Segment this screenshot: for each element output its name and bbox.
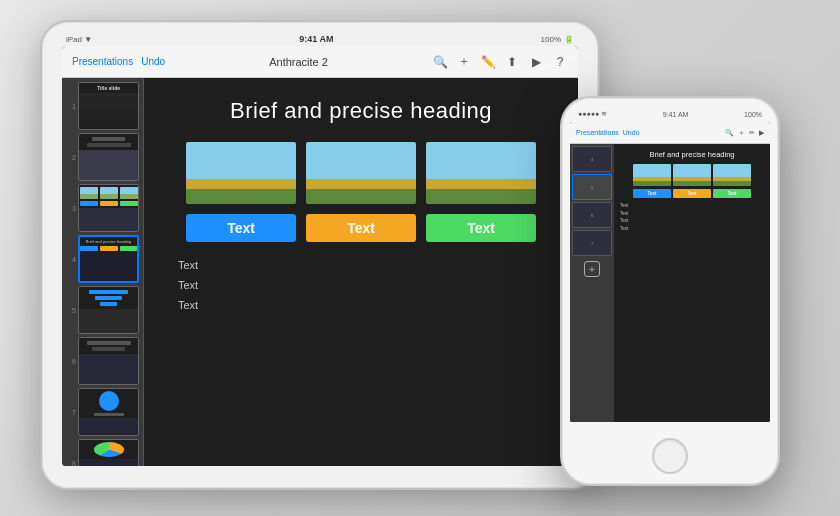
text-item-1: Text	[178, 256, 198, 276]
slide-btn-3[interactable]: Text	[426, 214, 536, 242]
iphone-time: 9:41 AM	[663, 111, 689, 118]
iphone-text-4: Text	[620, 225, 628, 233]
iphone-img-1	[633, 164, 671, 186]
thumb-row-8: 8	[66, 439, 139, 466]
iphone-thumb-7[interactable]: 7	[572, 230, 612, 256]
slide-heading: Brief and precise heading	[230, 98, 492, 124]
slide-thumb-4[interactable]: Brief and precise heading	[78, 235, 139, 283]
iphone-screen: Presentations Undo 🔍 ＋ ✏ ▶ 4 5 6 7	[570, 122, 770, 422]
thumb-row-2: 2	[66, 133, 139, 181]
iphone-device: ●●●●● ≋ 9:41 AM 100% Presentations Undo …	[560, 96, 780, 486]
iphone-btn-2[interactable]: Text	[673, 189, 711, 198]
thumb-row-1: 1 Title slide	[66, 82, 139, 130]
iphone-img-3	[713, 164, 751, 186]
ipad-device: iPad ▼ 9:41 AM 100% 🔋 Presentations Undo…	[40, 20, 600, 490]
iphone-slide-heading: Brief and precise heading	[649, 150, 734, 159]
slide-thumb-5[interactable]	[78, 286, 139, 334]
ipad-main-slide: Brief and precise heading Text Text Text…	[144, 78, 578, 466]
slide-buttons-row: Text Text Text	[186, 214, 536, 242]
slide-thumb-1[interactable]: Title slide	[78, 82, 139, 130]
ipad-status-left: iPad ▼	[66, 35, 92, 44]
thumb-row-4: 4 Brief and precise heading	[66, 235, 139, 283]
help-icon[interactable]: ?	[552, 54, 568, 70]
slide-thumb-3[interactable]	[78, 184, 139, 232]
play-icon[interactable]: ▶	[528, 54, 544, 70]
iphone-text-1: Text	[620, 202, 628, 210]
text-item-2: Text	[178, 276, 198, 296]
slide-images-row	[186, 142, 536, 204]
slide-thumb-2[interactable]	[78, 133, 139, 181]
slide-btn-2[interactable]: Text	[306, 214, 416, 242]
undo-button[interactable]: Undo	[141, 56, 165, 67]
iphone-images-row	[633, 164, 751, 186]
iphone-battery: 100%	[744, 111, 762, 118]
ipad-status-bar: iPad ▼ 9:41 AM 100% 🔋	[50, 30, 590, 46]
iphone-add-toolbar-icon[interactable]: ＋	[738, 128, 745, 138]
presentations-button[interactable]: Presentations	[72, 56, 133, 67]
iphone-screen-content: 4 5 6 7 + Brief and precise heading	[570, 144, 770, 422]
iphone-main-slide: Brief and precise heading Text Text Text…	[614, 144, 770, 422]
slide-image-2	[306, 142, 416, 204]
iphone-text-3: Text	[620, 217, 628, 225]
iphone-thumb-4[interactable]: 4	[572, 146, 612, 172]
iphone-thumb-6[interactable]: 6	[572, 202, 612, 228]
iphone-undo-btn[interactable]: Undo	[623, 129, 640, 136]
slide-image-1	[186, 142, 296, 204]
iphone-home-button[interactable]	[652, 438, 688, 474]
ipad-time: 9:41 AM	[299, 34, 333, 44]
add-icon[interactable]: ＋	[456, 54, 472, 70]
iphone-search-icon[interactable]: 🔍	[725, 129, 734, 137]
iphone-play-icon[interactable]: ▶	[759, 129, 764, 137]
text-item-3: Text	[178, 296, 198, 316]
iphone-status-bar: ●●●●● ≋ 9:41 AM 100%	[568, 110, 772, 122]
lasso-icon[interactable]: ✏️	[480, 54, 496, 70]
iphone-lasso-icon[interactable]: ✏	[749, 129, 755, 137]
ipad-status-right: 100% 🔋	[541, 35, 574, 44]
ipad-doc-title: Anthracite 2	[173, 56, 424, 68]
iphone-presentations-btn[interactable]: Presentations	[576, 129, 619, 136]
iphone-btns-row: Text Text Text	[633, 189, 751, 198]
ipad-slide-panel: 1 Title slide 2	[62, 78, 144, 466]
ipad-screen: Presentations Undo Anthracite 2 🔍 ＋ ✏️ ⬆…	[62, 46, 578, 466]
ipad-toolbar: Presentations Undo Anthracite 2 🔍 ＋ ✏️ ⬆…	[62, 46, 578, 78]
iphone-btn-1[interactable]: Text	[633, 189, 671, 198]
iphone-toolbar: Presentations Undo 🔍 ＋ ✏ ▶	[570, 122, 770, 144]
slide-image-3	[426, 142, 536, 204]
slide-thumb-6[interactable]	[78, 337, 139, 385]
share-icon[interactable]: ⬆	[504, 54, 520, 70]
iphone-thumb-5[interactable]: 5	[572, 174, 612, 200]
iphone-slide-panel: 4 5 6 7 +	[570, 144, 614, 422]
iphone-img-2	[673, 164, 711, 186]
iphone-add-slide-button[interactable]: +	[584, 261, 600, 277]
iphone-text-list: Text Text Text Text	[620, 202, 628, 233]
thumb-row-7: 7	[66, 388, 139, 436]
slide-thumb-7[interactable]	[78, 388, 139, 436]
slide-text-list: Text Text Text	[178, 256, 198, 315]
thumb-row-3: 3	[66, 184, 139, 232]
slide-btn-1[interactable]: Text	[186, 214, 296, 242]
iphone-text-2: Text	[620, 210, 628, 218]
search-icon[interactable]: 🔍	[432, 54, 448, 70]
iphone-btn-3[interactable]: Text	[713, 189, 751, 198]
thumb-row-5: 5	[66, 286, 139, 334]
ipad-screen-content: 1 Title slide 2	[62, 78, 578, 466]
iphone-signal: ●●●●● ≋	[578, 110, 607, 118]
thumb-row-6: 6	[66, 337, 139, 385]
slide-thumb-8[interactable]	[78, 439, 139, 466]
